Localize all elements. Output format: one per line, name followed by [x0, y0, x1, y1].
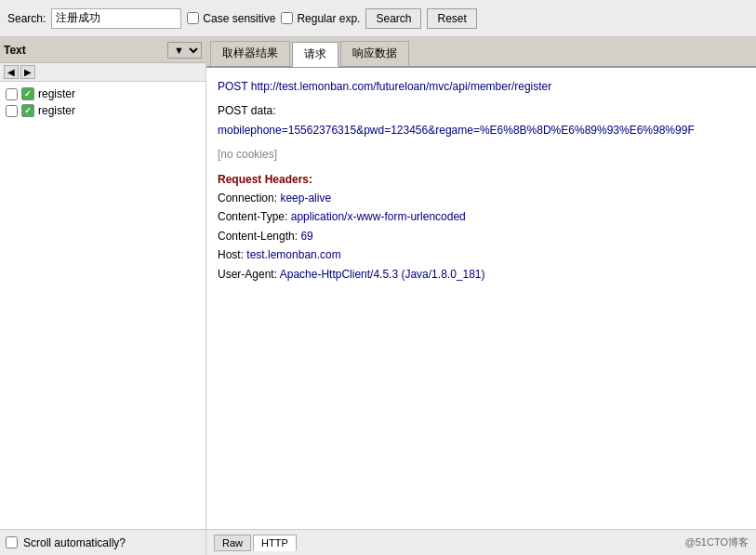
header-user-agent: User-Agent: Apache-HttpClient/4.5.3 (Jav… [218, 265, 745, 284]
header-content-length-name: Content-Length: [218, 230, 300, 243]
prev-arrow-button[interactable]: ◀ [4, 65, 19, 79]
header-connection: Connection: keep-alive [218, 189, 745, 207]
scroll-auto-bar: Scroll automatically? [0, 529, 206, 555]
bottom-bar: Raw HTTP @51CTO博客 [206, 529, 756, 555]
tree-list: ✓ register ✓ register [0, 82, 206, 529]
bottom-tabs: Raw HTTP [214, 535, 297, 551]
post-data-value: mobilephone=15562376315&pwd=123456&regam… [218, 121, 745, 139]
status-icon-2: ✓ [21, 104, 34, 117]
search-label: Search: [7, 12, 46, 25]
search-button[interactable]: Search [365, 8, 421, 29]
tree-item-2[interactable]: ✓ register [0, 102, 206, 119]
header-connection-value: keep-alive [280, 192, 331, 205]
post-data-label: POST data: [218, 101, 745, 120]
tree-item-checkbox-2[interactable] [6, 105, 18, 117]
regex-label: Regular exp. [297, 12, 360, 25]
right-panel: 取样器结果 请求 响应数据 POST http://test.lemonban.… [206, 37, 756, 555]
status-icon-1: ✓ [21, 87, 34, 100]
header-host-name: Host: [218, 248, 246, 261]
header-content-type-value: application/x-www-form-urlencoded [291, 210, 466, 223]
left-panel-header: Text ▼ [0, 37, 206, 63]
tree-item-label-2: register [38, 104, 75, 117]
tabs-bar: 取样器结果 请求 响应数据 [206, 37, 756, 68]
tab-sampler[interactable]: 取样器结果 [210, 41, 290, 66]
left-panel-title: Text [4, 44, 26, 57]
no-cookies-section: [no cookies] [218, 145, 745, 164]
tree-item-label-1: register [38, 87, 75, 100]
tree-item-checkbox-1[interactable] [6, 88, 18, 100]
header-content-length: Content-Length: 69 [218, 227, 745, 245]
case-sensitive-checkbox[interactable] [187, 12, 199, 24]
no-cookies-text: [no cookies] [218, 148, 277, 161]
left-panel: Text ▼ ◀ ▶ ✓ register ✓ register Sc [0, 37, 206, 555]
request-headers-section: Request Headers: Connection: keep-alive … [218, 170, 745, 284]
request-headers-label-text: Request Headers: [218, 173, 312, 186]
header-host: Host: test.lemonban.com [218, 245, 745, 264]
header-content-type-name: Content-Type: [218, 210, 291, 223]
scroll-auto-label: Scroll automatically? [23, 536, 126, 549]
scroll-auto-checkbox[interactable] [6, 536, 18, 548]
case-sensitive-label: Case sensitive [203, 12, 275, 25]
main-layout: Text ▼ ◀ ▶ ✓ register ✓ register Sc [0, 37, 756, 555]
header-content-length-value: 69 [300, 230, 312, 243]
left-nav-arrows: ◀ ▶ [0, 63, 206, 82]
header-connection-name: Connection: [218, 192, 280, 205]
content-area: POST http://test.lemonban.com/futureloan… [206, 68, 756, 529]
request-headers-label: Request Headers: [218, 170, 745, 189]
tab-response[interactable]: 响应数据 [340, 41, 409, 66]
bottom-tab-http[interactable]: HTTP [253, 535, 297, 551]
post-data-value-text: mobilephone=15562376315&pwd=123456&regam… [218, 124, 695, 137]
header-content-type: Content-Type: application/x-www-form-url… [218, 207, 745, 226]
watermark: @51CTO博客 [685, 535, 749, 549]
left-panel-dropdown[interactable]: ▼ [167, 42, 202, 59]
header-host-value: test.lemonban.com [246, 248, 340, 261]
request-url: POST http://test.lemonban.com/futureloan… [218, 80, 551, 93]
search-bar: Search: Case sensitive Regular exp. Sear… [0, 0, 756, 37]
tab-request[interactable]: 请求 [292, 42, 338, 67]
reset-button[interactable]: Reset [427, 8, 476, 29]
next-arrow-button[interactable]: ▶ [20, 65, 35, 79]
regex-group: Regular exp. [281, 12, 360, 25]
case-sensitive-group: Case sensitive [187, 12, 275, 25]
tree-item[interactable]: ✓ register [0, 86, 206, 102]
post-data-section: POST data: mobilephone=15562376315&pwd=1… [218, 101, 745, 139]
url-section: POST http://test.lemonban.com/futureloan… [218, 77, 745, 96]
bottom-tab-raw[interactable]: Raw [214, 535, 251, 551]
header-user-agent-value: Apache-HttpClient/4.5.3 (Java/1.8.0_181) [280, 268, 485, 281]
regex-checkbox[interactable] [281, 12, 293, 24]
post-data-label-text: POST data: [218, 104, 275, 117]
search-input[interactable] [51, 8, 181, 29]
header-user-agent-name: User-Agent: [218, 268, 280, 281]
